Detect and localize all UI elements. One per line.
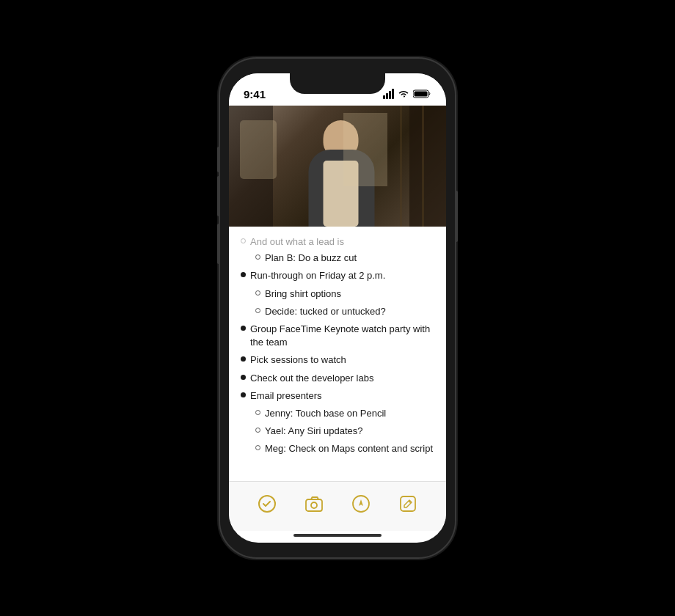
bullet-circle: [255, 290, 260, 296]
status-time: 9:41: [244, 88, 266, 100]
list-item: Run-through on Friday at 2 p.m.: [241, 269, 434, 282]
bullet-filled: [241, 356, 246, 362]
list-item-developer-labs: Check out the developer labs: [241, 372, 434, 385]
developer-labs-text: Check out the developer labs: [250, 372, 373, 385]
list-item: Jenny: Touch base on Pencil: [241, 407, 434, 420]
list-item-faded: And out what a lead is: [241, 232, 434, 250]
phone-frame: 9:41: [220, 59, 455, 557]
svg-rect-3: [306, 499, 322, 511]
svg-rect-1: [415, 92, 428, 97]
list-item: Group FaceTime Keynote watch party with …: [241, 323, 434, 349]
bullet-filled: [241, 375, 246, 380]
compose-button[interactable]: [395, 491, 421, 517]
compose-icon: [398, 494, 417, 513]
volume-down-button[interactable]: [217, 224, 219, 264]
bullet-filled: [241, 272, 246, 277]
power-button[interactable]: [456, 191, 458, 242]
content-area: And out what a lead is Plan B: Do a buzz…: [229, 106, 446, 481]
checklist-icon: [258, 494, 277, 513]
status-icons: [383, 89, 431, 99]
bullet-circle: [255, 308, 260, 313]
list-item: Yael: Any Siri updates?: [241, 425, 434, 438]
location-button[interactable]: [348, 491, 374, 517]
list-item: Plan B: Do a buzz cut: [241, 252, 434, 265]
bottom-toolbar: [229, 481, 446, 531]
list-item: Email presenters: [241, 389, 434, 403]
list-item: Pick sessions to watch: [241, 353, 434, 367]
list-item: Decide: tucked or untucked?: [241, 305, 434, 318]
volume-up-button[interactable]: [217, 176, 219, 216]
signal-icon: [383, 89, 394, 99]
phone-screen: 9:41: [229, 73, 446, 543]
wifi-icon: [398, 89, 409, 98]
notch: [290, 73, 385, 94]
bullet-circle: [255, 254, 260, 260]
list-item: Bring shirt options: [241, 287, 434, 301]
home-indicator: [293, 534, 382, 537]
bullet-circle: [255, 410, 260, 415]
bullet-circle: [255, 428, 260, 433]
camera-icon: [304, 494, 324, 513]
battery-icon: [413, 89, 431, 98]
notes-list[interactable]: And out what a lead is Plan B: Do a buzz…: [229, 227, 446, 481]
svg-point-4: [311, 502, 317, 508]
location-icon: [351, 494, 371, 513]
camera-button[interactable]: [301, 491, 327, 517]
list-item: Meg: Check on Maps content and script: [241, 442, 434, 455]
bullet-filled: [241, 326, 246, 331]
svg-rect-6: [401, 496, 415, 511]
checklist-button[interactable]: [254, 491, 280, 517]
video-thumbnail: [229, 106, 446, 227]
bullet-filled: [241, 392, 246, 397]
bullet-circle: [255, 445, 260, 450]
